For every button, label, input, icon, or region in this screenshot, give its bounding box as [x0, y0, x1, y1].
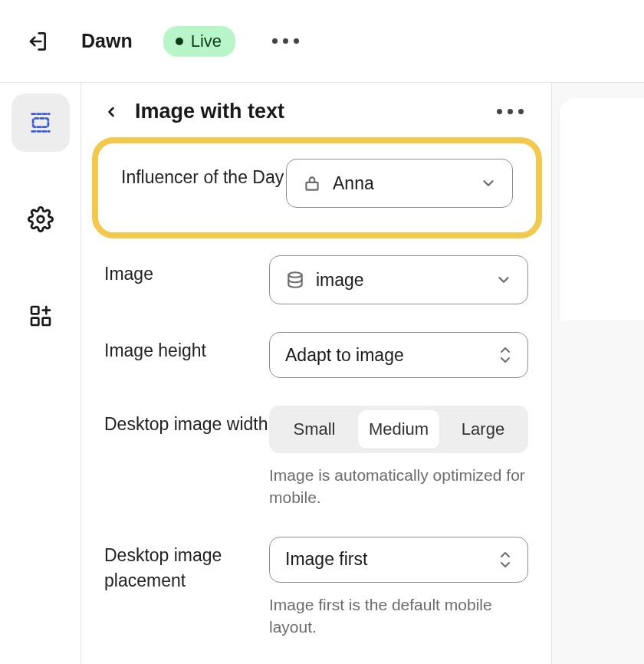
label-desktop-placement: Desktop image placement	[104, 537, 269, 594]
settings-panel: Image with text Influencer of the Day An…	[80, 83, 552, 664]
svg-rect-4	[42, 318, 49, 325]
label-desktop-width: Desktop image width	[104, 406, 269, 437]
resource-icon	[302, 173, 322, 193]
row-image: Image image	[81, 242, 551, 318]
svg-rect-5	[306, 182, 317, 190]
database-icon	[285, 270, 305, 290]
stepper-icon	[498, 346, 512, 364]
row-desktop-width: Desktop image width Small Medium Large I…	[81, 392, 551, 523]
select-influencer-value: Anna	[333, 173, 374, 194]
panel-header: Image with text	[81, 100, 551, 123]
left-rail	[0, 83, 80, 664]
chevron-down-icon	[495, 271, 512, 288]
select-influencer[interactable]: Anna	[286, 159, 513, 208]
svg-rect-3	[31, 318, 38, 325]
status-dot-icon	[176, 38, 183, 45]
segmented-desktop-width: Small Medium Large	[269, 406, 528, 453]
row-desktop-placement: Desktop image placement Image first Imag…	[81, 523, 551, 652]
preview-pane	[552, 83, 644, 664]
help-desktop-placement: Image first is the default mobile layout…	[269, 593, 528, 639]
dropdown-desktop-placement[interactable]: Image first	[269, 537, 528, 583]
preview-card	[560, 98, 644, 320]
select-image-value: image	[316, 270, 364, 291]
topbar: Dawn Live	[0, 0, 644, 83]
sections-rail-button[interactable]	[12, 94, 70, 152]
svg-point-1	[37, 216, 44, 223]
status-pill: Live	[163, 26, 235, 57]
theme-name: Dawn	[81, 30, 133, 52]
back-button[interactable]	[101, 102, 121, 122]
sections-icon	[28, 110, 54, 136]
exit-icon	[25, 29, 49, 54]
label-influencer: Influencer of the Day	[121, 159, 286, 190]
label-image-height: Image height	[104, 332, 269, 363]
more-menu-topbar[interactable]	[272, 38, 299, 44]
svg-rect-2	[31, 307, 38, 314]
stepper-icon	[498, 551, 512, 569]
panel-title: Image with text	[135, 100, 284, 123]
more-menu-panel[interactable]	[497, 109, 524, 114]
row-influencer: Influencer of the Day Anna	[113, 151, 521, 215]
highlight-ring: Influencer of the Day Anna	[92, 137, 542, 238]
svg-rect-0	[33, 118, 48, 127]
dropdown-desktop-placement-value: Image first	[285, 549, 367, 570]
apps-rail-button[interactable]	[12, 287, 70, 345]
select-image[interactable]: image	[269, 255, 528, 304]
help-desktop-width: Image is automatically optimized for mob…	[269, 464, 528, 509]
apps-icon	[28, 304, 53, 328]
gear-icon	[28, 206, 54, 232]
dropdown-image-height-value: Adapt to image	[285, 345, 404, 366]
exit-button[interactable]	[23, 28, 51, 55]
label-image: Image	[104, 255, 269, 287]
settings-rail-button[interactable]	[12, 190, 70, 248]
status-label: Live	[191, 31, 222, 51]
seg-opt-medium[interactable]: Medium	[358, 410, 439, 449]
svg-point-6	[288, 272, 301, 278]
row-image-height: Image height Adapt to image	[81, 318, 551, 392]
seg-opt-small[interactable]: Small	[274, 410, 355, 449]
dropdown-image-height[interactable]: Adapt to image	[269, 332, 528, 378]
chevron-down-icon	[480, 175, 497, 192]
seg-opt-large[interactable]: Large	[442, 410, 524, 449]
chevron-left-icon	[104, 104, 119, 120]
